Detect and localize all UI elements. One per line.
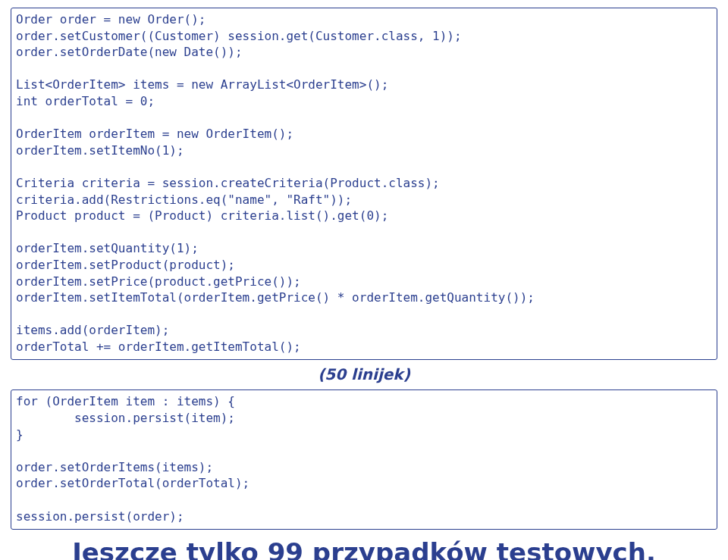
headline-text: Jeszcze tylko 99 przypadków testowych. <box>11 536 717 560</box>
code-block-2: for (OrderItem item : items) { session.p… <box>11 389 717 530</box>
code-line: } <box>16 427 24 442</box>
code-line: for (OrderItem item : items) { <box>16 394 235 408</box>
code-line: orderItem.setQuantity(1); <box>16 241 199 255</box>
code-line: Product product = (Product) criteria.lis… <box>16 208 388 223</box>
code-block-1: Order order = new Order(); order.setCust… <box>11 8 717 360</box>
code-line: orderItem.setItemNo(1); <box>16 143 184 158</box>
slide: Order order = new Order(); order.setCust… <box>0 0 728 560</box>
code-line: Criteria criteria = session.createCriter… <box>16 176 440 190</box>
code-line: Order order = new Order(); <box>16 12 206 27</box>
code-line: session.persist(order); <box>16 509 184 524</box>
middle-caption: (50 linijek) <box>11 364 717 385</box>
code-line: List<OrderItem> items = new ArrayList<Or… <box>16 77 388 92</box>
code-line: orderTotal += orderItem.getItemTotal(); <box>16 339 301 354</box>
code-line: items.add(orderItem); <box>16 323 169 337</box>
code-line: int orderTotal = 0; <box>16 94 155 108</box>
code-line: criteria.add(Restrictions.eq("name", "Ra… <box>16 192 352 207</box>
code-line: orderItem.setItemTotal(orderItem.getPric… <box>16 290 535 305</box>
code-line: OrderItem orderItem = new OrderItem(); <box>16 127 293 141</box>
code-line: orderItem.setPrice(product.getPrice()); <box>16 274 301 289</box>
code-line: order.setOrderDate(new Date()); <box>16 45 243 59</box>
code-line: order.setOrderTotal(orderTotal); <box>16 476 249 490</box>
code-line: orderItem.setProduct(product); <box>16 258 235 272</box>
code-line: session.persist(item); <box>16 411 235 425</box>
code-line: order.setCustomer((Customer) session.get… <box>16 29 462 43</box>
code-line: order.setOrderItems(items); <box>16 460 213 474</box>
